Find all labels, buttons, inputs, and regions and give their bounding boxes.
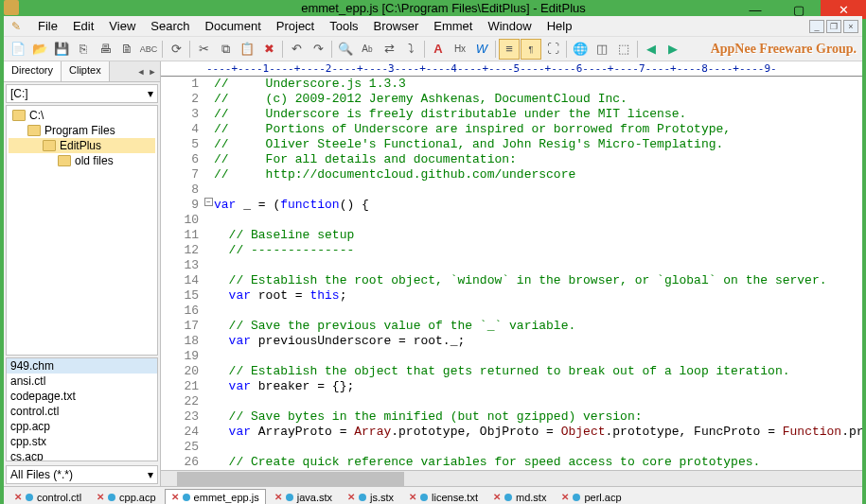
folder-icon — [58, 155, 71, 166]
close-tab-icon[interactable]: ✕ — [493, 492, 501, 502]
undo-icon[interactable]: ↶ — [286, 39, 307, 60]
hex-icon[interactable]: ⬚ — [613, 39, 634, 60]
document-tab[interactable]: ✕license.txt — [402, 489, 485, 505]
back-icon[interactable]: ◀ — [641, 39, 662, 60]
reload-icon[interactable]: ⟳ — [166, 39, 186, 60]
tab-next-icon[interactable]: ► — [147, 64, 158, 79]
tab-label: cpp.acp — [119, 492, 156, 503]
tab-directory[interactable]: Directory — [4, 61, 62, 81]
scrollbar-thumb[interactable] — [177, 472, 404, 486]
editor: ----+----1----+----2----+----3----+----4… — [161, 61, 862, 486]
mdi-restore-button[interactable]: ❐ — [826, 20, 841, 33]
menu-tools[interactable]: Tools — [322, 17, 365, 35]
line-gutter: 1 2 3 4 5 6 7 8 9 10 11 12 13 14 15 16 1… — [161, 77, 204, 470]
menu-view[interactable]: View — [101, 17, 143, 35]
menu-browser[interactable]: Browser — [366, 17, 427, 35]
file-item[interactable]: cs.acp — [7, 449, 157, 461]
save-icon[interactable]: 💾 — [51, 39, 72, 60]
menu-document[interactable]: Document — [198, 17, 269, 35]
font-size-icon[interactable]: Hx — [450, 39, 470, 60]
delete-icon[interactable]: ✖ — [258, 39, 279, 60]
document-tab[interactable]: ✕md.stx — [486, 489, 553, 505]
client-area: ✎ FileEditViewSearchDocumentProjectTools… — [3, 15, 863, 504]
document-tab[interactable]: ✕js.stx — [341, 489, 400, 505]
tree-item[interactable]: old files — [9, 153, 155, 168]
menu-help[interactable]: Help — [539, 17, 580, 35]
mdi-minimize-button[interactable]: _ — [809, 20, 824, 33]
file-item[interactable]: 949.chm — [7, 358, 157, 374]
open-file-icon[interactable]: 📂 — [29, 39, 50, 60]
menu-emmet[interactable]: Emmet — [426, 17, 480, 35]
file-type-icon — [573, 494, 580, 501]
menu-file[interactable]: File — [30, 17, 65, 35]
find-icon[interactable]: 🔍 — [335, 39, 356, 60]
document-tab[interactable]: ✕control.ctl — [8, 489, 88, 505]
menu-edit[interactable]: Edit — [65, 17, 101, 35]
new-file-icon[interactable]: 📄 — [8, 39, 28, 60]
folder-icon — [43, 140, 56, 151]
document-tab[interactable]: ✕java.stx — [268, 489, 339, 505]
menu-project[interactable]: Project — [269, 17, 322, 35]
tree-item[interactable]: EditPlus — [9, 138, 155, 153]
tab-cliptext[interactable]: Cliptex — [62, 61, 110, 81]
file-type-icon — [504, 494, 512, 501]
whitespace-icon[interactable]: ¶ — [521, 39, 541, 60]
document-tab[interactable]: ✕cpp.acp — [90, 489, 163, 505]
cut-icon[interactable]: ✂ — [193, 39, 214, 60]
redo-icon[interactable]: ↷ — [308, 39, 328, 60]
print-icon[interactable]: 🖶 — [95, 39, 115, 60]
tree-item[interactable]: C:\ — [9, 108, 155, 123]
close-tab-icon[interactable]: ✕ — [97, 492, 104, 502]
mdi-close-button[interactable]: × — [843, 20, 858, 33]
horizontal-scrollbar[interactable] — [161, 470, 862, 486]
code-area[interactable]: 1 2 3 4 5 6 7 8 9 10 11 12 13 14 15 16 1… — [161, 77, 862, 470]
document-tab[interactable]: ✕perl.acp — [555, 489, 627, 505]
menu-search[interactable]: Search — [143, 17, 197, 35]
file-item[interactable]: cpp.acp — [7, 419, 157, 434]
sidebar: Directory Cliptex ◄ ► [C:] ▾ C:\Program … — [4, 61, 161, 486]
folder-tree[interactable]: C:\Program FilesEditPlusold files — [6, 105, 158, 356]
tree-item[interactable]: Program Files — [9, 123, 155, 138]
font-color-icon[interactable]: A — [428, 39, 449, 60]
fold-collapse-icon[interactable]: − — [204, 198, 213, 206]
file-item[interactable]: ansi.ctl — [7, 374, 157, 389]
print-preview-icon[interactable]: 🗎 — [116, 39, 137, 60]
fold-column[interactable]: − — [204, 77, 214, 470]
copy-icon[interactable]: ⧉ — [215, 39, 236, 60]
fullscreen-icon[interactable]: ⛶ — [542, 39, 563, 60]
browser-icon[interactable]: 🌐 — [570, 39, 591, 60]
save-all-icon[interactable]: ⎘ — [73, 39, 94, 60]
drive-selector[interactable]: [C:] ▾ — [6, 84, 158, 103]
goto-icon[interactable]: ⤵ — [400, 39, 421, 60]
titlebar[interactable]: emmet_epp.js [C:\Program Files\EditPlus]… — [0, 0, 866, 15]
paste-icon[interactable]: 📋 — [237, 39, 257, 60]
wordwrap-icon[interactable]: W — [471, 39, 492, 60]
close-tab-icon[interactable]: ✕ — [409, 492, 416, 502]
window-icon[interactable]: ◫ — [592, 39, 612, 60]
document-tab[interactable]: ✕emmet_epp.js — [165, 489, 266, 505]
tab-label: md.stx — [516, 492, 546, 503]
close-tab-icon[interactable]: ✕ — [171, 492, 179, 502]
tab-prev-icon[interactable]: ◄ — [135, 64, 147, 79]
replace-icon[interactable]: ⇄ — [379, 39, 399, 60]
line-numbers-icon[interactable]: ≡ — [499, 39, 520, 60]
audio-icon[interactable]: ABC — [138, 39, 159, 60]
code-content[interactable]: // Underscore.js 1.3.3 // (c) 2009-2012 … — [214, 77, 862, 470]
close-tab-icon[interactable]: ✕ — [561, 492, 569, 502]
brand-watermark: AppNee Freeware Group. — [711, 42, 857, 57]
file-item[interactable]: control.ctl — [7, 404, 157, 419]
forward-icon[interactable]: ▶ — [663, 39, 683, 60]
file-filter[interactable]: All Files (*.*) ▾ — [6, 465, 158, 484]
find-next-icon[interactable]: Ab — [357, 39, 378, 60]
file-list[interactable]: 949.chmansi.ctlcodepage.txtcontrol.ctlcp… — [6, 357, 158, 461]
menu-window[interactable]: Window — [480, 17, 539, 35]
close-tab-icon[interactable]: ✕ — [274, 492, 282, 502]
file-item[interactable]: codepage.txt — [7, 389, 157, 404]
file-item[interactable]: cpp.stx — [7, 434, 157, 449]
tab-label: emmet_epp.js — [194, 492, 259, 503]
drive-label: [C:] — [10, 87, 28, 100]
chevron-down-icon: ▾ — [148, 87, 153, 100]
tab-label: license.txt — [432, 492, 478, 503]
close-tab-icon[interactable]: ✕ — [347, 492, 355, 502]
close-tab-icon[interactable]: ✕ — [14, 492, 22, 502]
